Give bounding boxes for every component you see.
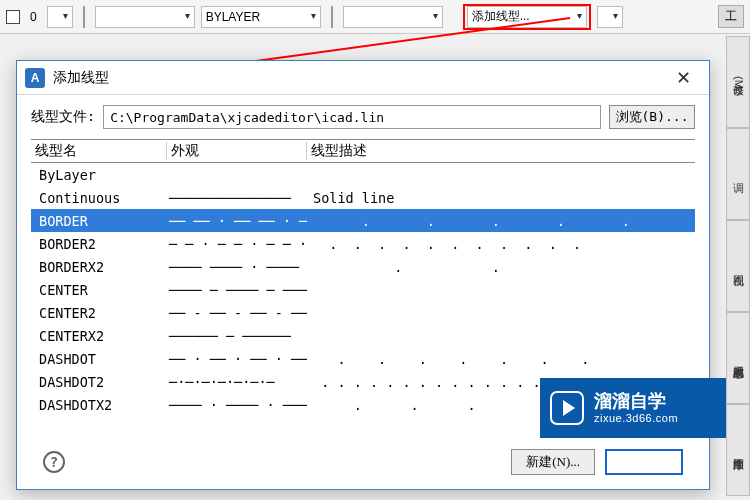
list-item[interactable]: BORDER2─ ─ · ─ ─ · ─ ─ · ─__.__.__.__.__… xyxy=(31,232,695,255)
ok-button[interactable] xyxy=(605,449,683,475)
row-appearance: ── · ── · ── · ── xyxy=(167,351,307,367)
list-item[interactable]: DASHDOT── · ── · ── · ──__ . __ . __ . _… xyxy=(31,347,695,370)
sidetab-view[interactable]: 视图 xyxy=(726,220,750,312)
col-header-appearance[interactable]: 外观 xyxy=(167,142,307,160)
lineweight-dropdown[interactable] xyxy=(343,6,443,28)
row-appearance: ─ ─ · ─ ─ · ─ ─ · ─ xyxy=(167,236,307,252)
right-side-tabs: 修改(M 调 视图 三维动态观察 绘图顺序 xyxy=(726,36,750,496)
play-icon xyxy=(550,391,584,425)
color-dropdown[interactable] xyxy=(95,6,195,28)
add-linetype-highlight: 添加线型... xyxy=(463,4,591,30)
row-desc: __ . __ . __ . __ . __ . __ . __ . __ xyxy=(307,351,695,367)
help-icon[interactable]: ? xyxy=(43,451,65,473)
list-item[interactable]: ByLayer xyxy=(31,163,695,186)
extra-dropdown[interactable] xyxy=(597,6,623,28)
list-item[interactable]: CENTER2── - ── - ── - ──___ _ ___ _ ___ … xyxy=(31,301,695,324)
layer-dropdown[interactable] xyxy=(47,6,73,28)
row-desc: ____ _ ____ _ ____ _ ____ _ ____ _ ____ xyxy=(307,282,695,298)
browse-button[interactable]: 浏览(B)... xyxy=(609,105,695,129)
sidetab-3dorbit[interactable]: 三维动态观察 xyxy=(726,312,750,404)
row-desc: ________ __ ________ __ _____ xyxy=(307,328,695,344)
row-appearance: ────── ─ ────── xyxy=(167,328,307,344)
sidetab-modify[interactable]: 修改(M xyxy=(726,36,750,128)
linetype-dropdown[interactable]: 添加线型... xyxy=(467,6,587,28)
list-item[interactable]: CENTERX2────── ─ ──────________ __ _____… xyxy=(31,324,695,347)
row-appearance: ─────────────── xyxy=(167,190,307,206)
toolbar-separator-2 xyxy=(331,6,333,28)
row-name: BORDERX2 xyxy=(31,259,167,275)
row-name: BORDER2 xyxy=(31,236,167,252)
list-header: 线型名 外观 线型描述 xyxy=(31,139,695,163)
layer-index-label: 0 xyxy=(26,10,41,24)
dialog-footer: ? 新建(N)... xyxy=(31,441,695,483)
row-name: ByLayer xyxy=(31,167,167,183)
row-appearance: ──── ─ ──── ─ ──── xyxy=(167,282,307,298)
linetype-dropdown-label: 添加线型... xyxy=(472,8,530,25)
row-name: CENTERX2 xyxy=(31,328,167,344)
row-desc: ____ ____ . ____ ____ . ___ xyxy=(307,259,695,275)
layer-name-value: BYLAYER xyxy=(206,10,260,24)
sidetab-draworder[interactable]: 绘图顺序 xyxy=(726,404,750,496)
tool-label: 工 xyxy=(718,5,744,28)
row-name: CENTER2 xyxy=(31,305,167,321)
layer-visibility-checkbox[interactable] xyxy=(6,10,20,24)
row-appearance: ──── ──── · ──── xyxy=(167,259,307,275)
row-desc: Solid line xyxy=(307,190,695,206)
layer-name-dropdown[interactable]: BYLAYER xyxy=(201,6,321,28)
row-appearance: ── ── · ── ── · ── xyxy=(167,213,307,229)
row-name: CENTER xyxy=(31,282,167,298)
col-header-desc[interactable]: 线型描述 xyxy=(307,142,695,160)
row-name: DASHDOT2 xyxy=(31,374,167,390)
watermark-brand: 溜溜自学 zixue.3d66.com xyxy=(540,378,726,438)
file-row: 线型文件: 浏览(B)... xyxy=(31,105,695,129)
row-name: BORDER xyxy=(31,213,167,229)
row-desc: __ __ . __ __ . __ __ . __ __ . __ __ . xyxy=(307,213,695,229)
sidetab-tune[interactable]: 调 xyxy=(726,128,750,220)
row-desc: __.__.__.__.__.__.__.__.__.__.__. xyxy=(307,236,695,252)
file-label: 线型文件: xyxy=(31,108,95,126)
list-item[interactable]: BORDER── ── · ── ── · ──__ __ . __ __ . … xyxy=(31,209,695,232)
row-appearance: ── - ── - ── - ── xyxy=(167,305,307,321)
dialog-titlebar: A 添加线型 ✕ xyxy=(17,61,709,95)
row-name: Continuous xyxy=(31,190,167,206)
row-desc: ___ _ ___ _ ___ _ ___ _ ___ _ ___ xyxy=(307,305,695,321)
list-item[interactable]: CENTER──── ─ ──── ─ ────____ _ ____ _ __… xyxy=(31,278,695,301)
top-toolbar: 0 BYLAYER 添加线型... 工 xyxy=(0,0,750,34)
dialog-title: 添加线型 xyxy=(53,69,665,87)
list-item[interactable]: Continuous───────────────Solid line xyxy=(31,186,695,209)
row-name: DASHDOT xyxy=(31,351,167,367)
col-header-name[interactable]: 线型名 xyxy=(31,142,167,160)
list-item[interactable]: BORDERX2──── ──── · ────____ ____ . ____… xyxy=(31,255,695,278)
brand-name-cn: 溜溜自学 xyxy=(594,391,678,412)
app-icon: A xyxy=(25,68,45,88)
close-icon[interactable]: ✕ xyxy=(665,64,701,92)
row-name: DASHDOTX2 xyxy=(31,397,167,413)
new-button[interactable]: 新建(N)... xyxy=(511,449,595,475)
toolbar-separator xyxy=(83,6,85,28)
file-path-input[interactable] xyxy=(103,105,601,129)
row-appearance: ─·─·─·─·─·─·─ xyxy=(167,374,307,390)
row-appearance: ──── · ──── · ──── xyxy=(167,397,307,413)
brand-name-en: zixue.3d66.com xyxy=(594,412,678,425)
